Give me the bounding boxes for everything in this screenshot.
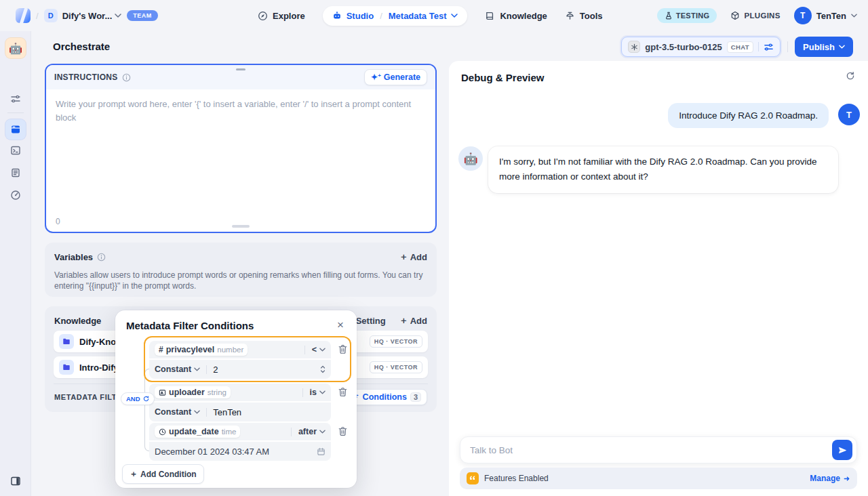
workspace-name[interactable]: Dify's Wor... xyxy=(62,11,113,21)
sidebar-item-api[interactable] xyxy=(10,145,21,156)
sidebar-item-monitoring[interactable] xyxy=(10,190,21,201)
environment-badge: TESTING xyxy=(657,8,717,23)
collapse-panel-icon[interactable] xyxy=(10,476,21,487)
instructions-panel: INSTRUCTIONS ✦+ Generate Write your prom… xyxy=(45,64,437,233)
conditions-button[interactable]: Conditions 3 xyxy=(345,389,427,405)
condition-field-row[interactable]: uploader string is xyxy=(149,384,331,401)
trash-icon[interactable] xyxy=(338,344,348,354)
nav-explore[interactable]: Explore xyxy=(258,11,305,21)
trash-icon[interactable] xyxy=(338,387,348,397)
variables-description: Variables allow users to introduce promp… xyxy=(45,263,437,291)
generate-button[interactable]: ✦+ Generate xyxy=(364,69,427,85)
sidebar-divider xyxy=(7,112,24,113)
sparkle-icon: ✦+ xyxy=(371,73,381,82)
conditions-count: 3 xyxy=(410,392,421,402)
nav-explore-label: Explore xyxy=(273,11,305,21)
folder-icon xyxy=(59,360,74,375)
condition-value-input[interactable]: TenTen xyxy=(213,407,241,417)
plus-icon: ＋ xyxy=(399,251,408,263)
nav-tools[interactable]: Tools xyxy=(565,11,603,21)
workspace-group: / D Dify's Wor... TEAM xyxy=(16,0,158,31)
book-icon xyxy=(485,11,495,21)
model-settings-icon[interactable] xyxy=(764,42,774,52)
sidebar-item-orchestrate[interactable] xyxy=(5,119,26,140)
nav-plugins[interactable]: PLUGINS xyxy=(730,11,780,20)
manage-features-link[interactable]: Manage xyxy=(810,474,850,483)
add-condition-label: Add Condition xyxy=(140,470,197,479)
nav-tools-label: Tools xyxy=(580,11,603,21)
hammer-icon xyxy=(565,11,575,21)
operator-select[interactable]: < xyxy=(304,345,326,354)
close-icon[interactable]: × xyxy=(334,317,347,333)
variables-section: Variables ＋Add Variables allow users to … xyxy=(45,243,437,297)
publish-button[interactable]: Publish xyxy=(795,37,853,57)
operator-value: after xyxy=(298,427,317,436)
add-variable-button[interactable]: ＋Add xyxy=(399,251,427,263)
logic-operator-label: AND xyxy=(126,395,140,402)
send-button[interactable] xyxy=(832,440,852,460)
model-name: gpt-3.5-turbo-0125 xyxy=(645,42,722,52)
calendar-icon[interactable] xyxy=(317,447,326,456)
openai-icon xyxy=(628,41,640,53)
info-icon xyxy=(122,73,131,82)
logic-operator-toggle[interactable]: AND xyxy=(121,392,155,405)
operator-select[interactable]: after xyxy=(291,427,326,436)
user-menu[interactable]: T TenTen xyxy=(794,7,857,24)
condition-field-name: uploader xyxy=(169,388,205,397)
value-mode-select[interactable]: Constant xyxy=(155,407,200,417)
variables-title: Variables xyxy=(54,252,93,262)
add-condition-button[interactable]: ＋ Add Condition xyxy=(122,464,204,484)
bot-avatar: 🤖 xyxy=(458,146,483,171)
divider xyxy=(787,41,788,52)
dify-logo[interactable] xyxy=(16,8,31,23)
condition-field-name: update_date xyxy=(169,427,219,436)
features-label: Features Enabled xyxy=(484,474,810,483)
char-count: 0 xyxy=(56,217,60,226)
clock-icon xyxy=(159,428,166,436)
condition-value-input[interactable]: 2 xyxy=(213,365,218,375)
workspace-avatar[interactable]: D xyxy=(44,9,58,22)
chevron-down-icon[interactable] xyxy=(451,14,458,18)
app-icon[interactable]: 🤖 xyxy=(5,37,26,59)
package-icon xyxy=(730,11,740,20)
resize-handle[interactable] xyxy=(232,225,250,228)
bot-message: I'm sorry, but I'm not familiar with the… xyxy=(488,146,838,193)
tab-studio[interactable]: Studio xyxy=(347,11,374,21)
condition-value-row: Constant 2 xyxy=(149,360,331,379)
nav-knowledge[interactable]: Knowledge xyxy=(485,11,547,21)
condition-field-row[interactable]: update_date time after xyxy=(149,423,331,440)
generate-label: Generate xyxy=(384,73,420,82)
number-type-icon: # xyxy=(159,345,163,354)
plus-icon: ＋ xyxy=(399,314,408,327)
left-sidebar: 🤖 xyxy=(0,31,31,496)
prompt-editor[interactable]: Write your prompt word here, enter '{' t… xyxy=(46,89,435,132)
info-icon xyxy=(97,253,106,262)
drag-handle[interactable] xyxy=(236,68,245,70)
chevron-down-icon[interactable] xyxy=(115,14,121,18)
page-title: Orchestrate xyxy=(53,41,110,52)
trash-icon[interactable] xyxy=(338,426,348,436)
nav-knowledge-label: Knowledge xyxy=(500,11,547,21)
sliders-icon[interactable] xyxy=(10,94,21,104)
condition-field-row[interactable]: # privacylevel number < xyxy=(149,341,331,358)
operator-value: < xyxy=(312,345,317,354)
condition-field-type: number xyxy=(217,346,243,354)
current-app-name[interactable]: Metadata Test xyxy=(389,11,447,21)
explore-icon xyxy=(258,11,268,21)
breadcrumb-slash: / xyxy=(380,11,382,21)
add-knowledge-button[interactable]: ＋Add xyxy=(399,314,427,327)
date-value[interactable]: December 01 2024 03:47 AM xyxy=(155,447,269,457)
operator-select[interactable]: is xyxy=(302,388,326,397)
nav-studio-pill[interactable]: Studio / Metadata Test xyxy=(323,6,468,26)
flask-icon xyxy=(665,12,673,20)
model-selector[interactable]: gpt-3.5-turbo-0125 CHAT xyxy=(621,37,781,57)
chat-input[interactable] xyxy=(460,445,832,455)
number-stepper[interactable] xyxy=(320,365,326,373)
debug-preview-panel: Debug & Preview Introduce Dify RAG 2.0 R… xyxy=(449,61,868,496)
value-mode-select[interactable]: Constant xyxy=(155,365,200,374)
string-type-icon xyxy=(159,389,166,396)
restart-icon[interactable] xyxy=(845,70,856,81)
breadcrumb-slash: / xyxy=(36,11,39,21)
sidebar-item-logs[interactable] xyxy=(10,167,21,178)
modal-title: Metadata Filter Conditions xyxy=(126,320,254,331)
